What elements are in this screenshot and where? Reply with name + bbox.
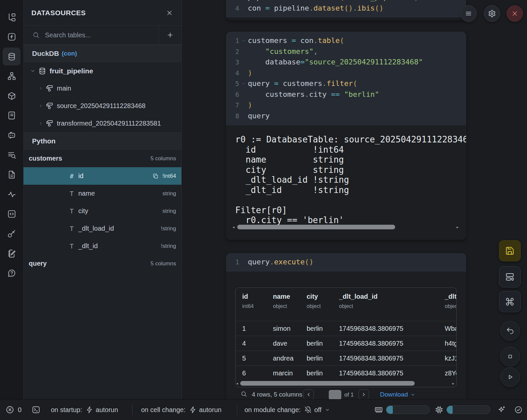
menu-button[interactable] — [460, 5, 477, 22]
code-line: 5query = customers.filter( — [231, 78, 466, 89]
rail-item-activity[interactable] — [3, 185, 20, 203]
code-line: 3pipeline = dlt.attach("fruit_pipeline") — [231, 0, 466, 3]
cpu-icon — [435, 405, 443, 414]
rail-item-key[interactable] — [3, 225, 20, 243]
engine-row-duckdb[interactable]: DuckDB(con) — [23, 45, 181, 62]
cell-value: Wba — [445, 325, 457, 332]
layout-button[interactable] — [499, 266, 521, 287]
run-button[interactable] — [500, 367, 520, 387]
stop-button[interactable] — [500, 347, 520, 366]
output-hscrollbar[interactable]: ◂▸ — [233, 224, 460, 230]
rail-item-help[interactable] — [3, 264, 20, 282]
tree-item-schema[interactable]: main — [23, 80, 181, 97]
rail-item-notebook-pen[interactable] — [3, 245, 20, 262]
rail-item-tree[interactable] — [3, 8, 20, 26]
table-row-customers[interactable]: customers5 columns — [23, 150, 181, 167]
cpu-usage — [435, 400, 490, 420]
cell-2-code[interactable]: 1customers = con.table(2 "customers",3 d… — [226, 32, 466, 125]
scroll-right-arrow[interactable]: ▸ — [457, 224, 460, 230]
cell-value: marcin — [273, 369, 293, 377]
play-icon — [506, 373, 514, 381]
schema-icon — [46, 120, 54, 128]
fold-spacer — [239, 111, 248, 122]
code-line: 8query — [231, 111, 466, 122]
copy-icon[interactable] — [152, 173, 159, 179]
undo-button[interactable] — [500, 321, 520, 341]
cell-1-code[interactable]: 3pipeline = dlt.attach("fruit_pipeline")… — [226, 0, 466, 18]
check-circle-icon — [514, 405, 523, 414]
column-row-_dlt_id[interactable]: T_dlt_id!string — [23, 237, 181, 255]
rail-item-cube[interactable] — [3, 87, 20, 105]
ai-button[interactable] — [497, 400, 506, 420]
rail-item-database[interactable] — [3, 48, 20, 65]
table-hscrollbar[interactable]: ◂▸ — [236, 381, 456, 386]
scroll-right-arrow[interactable]: ▸ — [452, 381, 456, 386]
activity-rail — [0, 0, 23, 420]
table-search-icon[interactable] — [241, 391, 247, 397]
module-change-label: on module change: — [245, 406, 301, 414]
cell-3-code[interactable]: 1query.execute() — [226, 253, 466, 272]
schema-icon — [46, 85, 54, 93]
scroll-thumb[interactable] — [240, 381, 415, 386]
tree-item-schema[interactable]: transformed_202504291112283581 — [23, 115, 181, 132]
module-change-setting[interactable]: on module change:off — [245, 400, 330, 420]
table-row-query[interactable]: query5 columns — [23, 255, 181, 272]
rail-item-function[interactable] — [3, 28, 20, 46]
error-indicator[interactable]: 0 — [6, 400, 21, 420]
scroll-track[interactable] — [236, 225, 457, 229]
add-datasource-button[interactable] — [159, 26, 181, 44]
search-input[interactable]: Search tables... — [45, 31, 91, 39]
rail-item-code-square[interactable] — [3, 205, 20, 223]
cell-value: 1745968348.3806975 — [339, 355, 403, 362]
table-row[interactable]: 6marcinberlin1745968348.3806975z8Yo — [236, 365, 456, 380]
column-row-id[interactable]: #id!int64 — [23, 167, 181, 185]
close-panel-button[interactable] — [166, 9, 173, 17]
download-link[interactable]: Download — [380, 391, 408, 398]
scroll-track[interactable] — [240, 381, 452, 386]
line-number: 1 — [231, 257, 239, 268]
command-palette-button[interactable] — [499, 291, 521, 312]
save-button[interactable] — [499, 240, 521, 261]
zap-icon — [86, 406, 94, 414]
rail-item-scroll[interactable] — [3, 107, 20, 125]
close-icon — [166, 9, 173, 17]
scroll-thumb[interactable] — [237, 225, 395, 229]
settings-button[interactable] — [484, 5, 500, 22]
ibis-expression-output: r0 := DatabaseTable: source_202504291112… — [226, 125, 466, 225]
scroll-left-arrow[interactable]: ◂ — [233, 224, 236, 230]
help-icon — [7, 269, 16, 278]
terminal-button[interactable] — [32, 400, 40, 420]
next-page-button[interactable] — [358, 389, 369, 399]
ram-usage — [374, 400, 430, 420]
tree-item-schema[interactable]: source_202504291112283468 — [23, 97, 181, 115]
cell-change-value: autorun — [199, 406, 222, 414]
cell-1: 3pipeline = dlt.attach("fruit_pipeline")… — [226, 0, 466, 20]
command-icon — [505, 297, 514, 306]
rail-item-bot[interactable] — [3, 127, 20, 144]
table-row[interactable]: 4daveberlin1745968348.3806975h4tg — [236, 336, 456, 351]
file-text-icon — [7, 170, 16, 179]
ram-meter — [386, 405, 430, 414]
section-python[interactable]: Python — [23, 132, 181, 150]
page-select[interactable] — [329, 390, 341, 399]
chevron-right-icon — [39, 86, 43, 91]
cell-change-setting[interactable]: on cell change:autorun — [141, 400, 221, 420]
column-row-_dlt_load_id[interactable]: T_dlt_load_id!string — [23, 220, 181, 237]
table-row[interactable]: 5andreaberlin1745968348.3806975kzJ1 — [236, 351, 456, 365]
result-table: idint64nameobjectcityobject_dlt_load_ido… — [235, 287, 457, 387]
prev-page-button[interactable] — [303, 389, 314, 399]
tree-item-database[interactable]: fruit_pipeline — [23, 62, 181, 80]
module-change-value: off — [314, 406, 321, 414]
startup-setting[interactable]: on startup:autorun — [51, 400, 118, 420]
shutdown-button[interactable] — [507, 5, 523, 22]
rail-item-log-search[interactable] — [3, 146, 20, 164]
fold-spacer — [239, 46, 248, 57]
bell-off-icon — [304, 406, 312, 414]
table-row[interactable]: 1simonberlin1745968348.3806975Wba — [236, 321, 456, 336]
column-row-name[interactable]: Tnamestring — [23, 185, 181, 202]
rail-item-file-text[interactable] — [3, 166, 20, 184]
column-row-city[interactable]: Tcitystring — [23, 202, 181, 220]
scroll-left-arrow[interactable]: ◂ — [236, 381, 240, 386]
line-number: 2 — [231, 46, 239, 57]
rail-item-flow[interactable] — [3, 67, 20, 85]
